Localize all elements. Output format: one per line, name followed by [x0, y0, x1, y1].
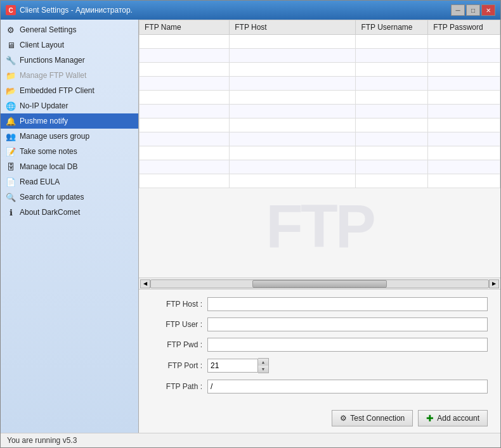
table-row	[140, 91, 500, 105]
sidebar-item-manage-users-group[interactable]: 👥 Manage users group	[1, 129, 138, 144]
sidebar-item-take-some-notes[interactable]: 📝 Take some notes	[1, 144, 138, 159]
title-bar-left: C Client Settings - Администратор.	[6, 5, 133, 15]
sidebar-icon-manage-ftp-wallet: 📁	[6, 70, 16, 80]
h-scrollbar-track[interactable]	[150, 279, 489, 288]
table-row	[140, 105, 500, 118]
col-ftp-name: FTP Name	[140, 20, 230, 35]
sidebar-label-client-layout: Client Layout	[20, 41, 64, 49]
sidebar-icon-general-settings: ⚙	[6, 25, 16, 35]
minimize-button[interactable]: ─	[451, 4, 465, 16]
close-button[interactable]: ✕	[481, 4, 495, 16]
sidebar-icon-take-some-notes: 📝	[6, 146, 16, 157]
sidebar-label-general-settings: General Settings	[20, 25, 76, 34]
sidebar: ⚙ General Settings 🖥 Client Layout 🔧 Fun…	[1, 20, 139, 433]
title-buttons: ─ □ ✕	[451, 4, 495, 16]
sidebar-label-no-ip-updater: No-IP Updater	[20, 101, 68, 110]
sidebar-label-read-eula: Read EULA	[20, 177, 60, 186]
sidebar-label-take-some-notes: Take some notes	[20, 147, 77, 156]
table-row	[140, 118, 500, 132]
ftp-user-input[interactable]	[207, 317, 488, 331]
table-row	[140, 174, 500, 188]
status-text: You are running v5.3	[7, 436, 77, 445]
add-account-label: Add account	[437, 414, 479, 423]
table-row	[140, 160, 500, 174]
spinner-down-button[interactable]: ▼	[258, 366, 268, 373]
table-row	[140, 77, 500, 91]
ftp-host-row: FTP Host :	[152, 297, 488, 311]
h-scrollbar-thumb[interactable]	[252, 280, 387, 288]
test-connection-button[interactable]: ⚙ Test Connection	[332, 410, 413, 426]
table-row	[140, 132, 500, 146]
col-ftp-username: FTP Username	[356, 20, 428, 35]
add-account-button[interactable]: ✚ Add account	[418, 410, 488, 426]
form-area: FTP Host : FTP User : FTP Pwd : FTP Port…	[139, 289, 500, 406]
spinner-up-button[interactable]: ▲	[258, 359, 268, 366]
ftp-port-input[interactable]	[207, 359, 258, 373]
sidebar-item-manage-local-db[interactable]: 🗄 Manage local DB	[1, 159, 138, 174]
sidebar-item-pushme-notify[interactable]: 🔔 Pushme notify	[1, 113, 138, 129]
sidebar-icon-search-for-updates: 🔍	[6, 192, 16, 202]
ftp-path-label: FTP Path :	[152, 382, 202, 391]
sidebar-icon-pushme-notify: 🔔	[6, 116, 16, 126]
test-connection-icon: ⚙	[340, 414, 347, 423]
ftp-user-row: FTP User :	[152, 317, 488, 331]
col-ftp-host: FTP Host	[230, 20, 356, 35]
sidebar-item-embedded-ftp-client[interactable]: 📂 Embedded FTP Client	[1, 83, 138, 98]
main-window: C Client Settings - Администратор. ─ □ ✕…	[0, 0, 501, 448]
sidebar-icon-no-ip-updater: 🌐	[6, 101, 16, 111]
add-account-icon: ✚	[426, 413, 434, 423]
sidebar-label-manage-ftp-wallet: Manage FTP Wallet	[20, 71, 86, 80]
ftp-path-input[interactable]	[207, 380, 488, 394]
ftp-table: FTP Name FTP Host FTP Username FTP Passw…	[139, 20, 500, 188]
ftp-table-area: FTP Name FTP Host FTP Username FTP Passw…	[139, 20, 500, 278]
sidebar-label-embedded-ftp-client: Embedded FTP Client	[20, 86, 94, 95]
spinner-buttons: ▲ ▼	[258, 358, 269, 373]
ftp-path-row: FTP Path :	[152, 380, 488, 394]
table-row	[140, 49, 500, 63]
sidebar-item-functions-manager[interactable]: 🔧 Functions Manager	[1, 53, 138, 68]
action-buttons-area: ⚙ Test Connection ✚ Add account	[139, 406, 500, 433]
sidebar-label-manage-users-group: Manage users group	[20, 132, 89, 141]
sidebar-item-general-settings[interactable]: ⚙ General Settings	[1, 22, 138, 37]
sidebar-item-client-layout[interactable]: 🖥 Client Layout	[1, 37, 138, 53]
sidebar-item-manage-ftp-wallet[interactable]: 📁 Manage FTP Wallet	[1, 68, 138, 83]
sidebar-label-manage-local-db: Manage local DB	[20, 162, 77, 171]
ftp-pwd-row: FTP Pwd :	[152, 338, 488, 352]
maximize-button[interactable]: □	[466, 4, 480, 16]
sidebar-icon-functions-manager: 🔧	[6, 55, 16, 65]
sidebar-label-functions-manager: Functions Manager	[20, 56, 85, 65]
scroll-left-button[interactable]: ◀	[140, 279, 150, 288]
sidebar-item-no-ip-updater[interactable]: 🌐 No-IP Updater	[1, 98, 138, 113]
sidebar-item-search-for-updates[interactable]: 🔍 Search for updates	[1, 189, 138, 205]
test-connection-label: Test Connection	[350, 414, 405, 423]
horizontal-scrollbar-area: ◀ ▶	[139, 278, 500, 289]
ftp-port-row: FTP Port : ▲ ▼	[152, 358, 488, 373]
sidebar-icon-client-layout: 🖥	[6, 40, 16, 50]
sidebar-icon-embedded-ftp-client: 📂	[6, 86, 16, 96]
app-icon: C	[6, 5, 16, 15]
ftp-port-label: FTP Port :	[152, 361, 202, 370]
sidebar-item-about-darkcomet[interactable]: ℹ About DarkComet	[1, 205, 138, 220]
status-bar: You are running v5.3	[1, 433, 500, 447]
sidebar-icon-manage-local-db: 🗄	[6, 162, 16, 172]
sidebar-label-search-for-updates: Search for updates	[20, 193, 84, 202]
ftp-pwd-input[interactable]	[207, 338, 488, 352]
sidebar-label-about-darkcomet: About DarkComet	[20, 208, 80, 217]
scroll-right-button[interactable]: ▶	[489, 279, 499, 288]
table-row	[140, 63, 500, 77]
col-ftp-password: FTP Password	[428, 20, 500, 35]
right-panel: FTP FTP Name FTP Host FTP Username FTP P…	[139, 20, 500, 433]
ftp-host-input[interactable]	[207, 297, 488, 311]
ftp-host-label: FTP Host :	[152, 300, 202, 309]
table-row	[140, 35, 500, 49]
title-bar: C Client Settings - Администратор. ─ □ ✕	[1, 1, 500, 20]
ftp-user-label: FTP User :	[152, 320, 202, 329]
ftp-pwd-label: FTP Pwd :	[152, 340, 202, 349]
sidebar-icon-manage-users-group: 👥	[6, 131, 16, 141]
table-row	[140, 146, 500, 160]
sidebar-icon-read-eula: 📄	[6, 177, 16, 187]
sidebar-item-read-eula[interactable]: 📄 Read EULA	[1, 174, 138, 189]
ftp-port-spinner: ▲ ▼	[207, 358, 269, 373]
main-content: ⚙ General Settings 🖥 Client Layout 🔧 Fun…	[1, 20, 500, 433]
sidebar-icon-about-darkcomet: ℹ	[6, 207, 16, 217]
